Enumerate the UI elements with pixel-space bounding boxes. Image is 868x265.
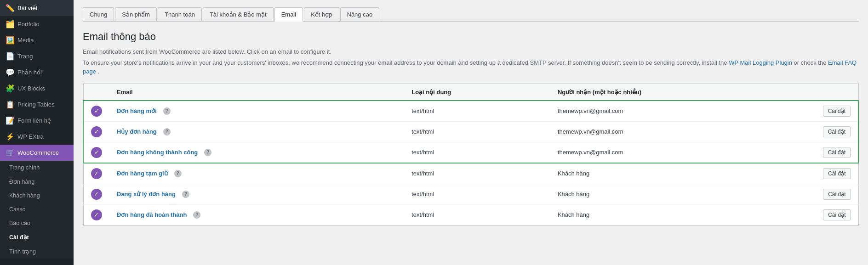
status-check-icon: ✓ [91,106,102,117]
sidebar-item-label: Media [17,37,34,44]
page-desc-1: Email notifications sent from WooCommerc… [83,47,859,56]
email-link-huy-don-hang[interactable]: Hủy đơn hàng [117,128,157,135]
install-button-don-hang-moi[interactable]: Cài đặt [823,106,851,117]
email-recipient: themewp.vn@gmail.com [558,149,623,156]
email-type: text/html [411,170,434,177]
sidebar-item-woo-casso[interactable]: Casso [0,203,74,216]
sidebar-item-woo-settings[interactable]: Cài đặt [0,230,74,244]
help-icon[interactable]: ? [182,191,189,198]
sidebar-item-ux-blocks[interactable]: 🧩 UX Blocks [0,80,74,96]
main-content: Chung Sản phẩm Thanh toán Tài khoản & Bả… [74,0,868,265]
woo-customers-label: Khách hàng [9,192,40,199]
tab-chung[interactable]: Chung [83,7,114,21]
email-name-cell: Hủy đơn hàng ? [117,128,397,135]
install-button-dang-xu-ly[interactable]: Cài đặt [823,189,851,200]
sidebar-item-label: Portfolio [17,21,40,28]
help-icon[interactable]: ? [174,170,182,177]
status-check-icon: ✓ [91,209,102,220]
wp-extra-icon: ⚡ [6,132,14,141]
table-row: ✓ Đơn hàng đã hoàn thành ? text/html Khá… [83,204,858,225]
ux-blocks-icon: 🧩 [6,84,14,93]
pricing-tables-icon: 📋 [6,100,14,109]
help-icon[interactable]: ? [204,149,211,156]
email-recipient: themewp.vn@gmail.com [558,107,623,114]
sidebar-item-wp-extra[interactable]: ⚡ WP EXtra [0,129,74,145]
sidebar-item-comments[interactable]: 💬 Phản hồi [0,64,74,80]
sidebar-item-label: WooCommerce [17,149,59,156]
table-row: ✓ Đơn hàng tạm giữ ? text/html Khách hàn… [83,163,858,184]
tabs-bar: Chung Sản phẩm Thanh toán Tài khoản & Bả… [83,7,859,22]
col-email: Email [109,84,404,101]
tab-tai-khoan[interactable]: Tài khoản & Bảo mật [203,7,274,21]
email-link-don-hang-hoan-thanh[interactable]: Đơn hàng đã hoàn thành [117,211,187,218]
pages-icon: 📄 [6,52,14,61]
email-link-don-hang-khong-thanh-cong[interactable]: Đơn hàng không thành công [117,149,198,156]
email-type: text/html [411,107,434,114]
sidebar-item-label: WP EXtra [17,133,44,140]
tab-email[interactable]: Email [274,7,303,22]
email-link-don-hang-moi[interactable]: Đơn hàng mới [117,107,157,114]
col-status [83,84,109,101]
media-icon: 🖼️ [6,36,14,45]
table-row: ✓ Đơn hàng không thành công ? text/html … [83,142,858,163]
col-type: Loại nội dung [404,84,550,101]
email-link-dang-xu-ly[interactable]: Đang xử lý đơn hàng [117,191,176,197]
email-type: text/html [411,149,434,156]
install-button-huy-don-hang[interactable]: Cài đặt [823,126,851,137]
sidebar-item-label: UX Blocks [17,85,45,92]
sidebar-item-woo-status[interactable]: Tình trạng [0,244,74,259]
status-check-icon: ✓ [91,126,102,137]
col-action [816,84,858,101]
desc2-before: To ensure your store's notifications arr… [83,59,729,66]
help-icon[interactable]: ? [193,211,200,219]
table-row: ✓ Đang xử lý đơn hàng ? text/html Khách … [83,184,858,204]
col-recipient: Người nhận (một hoặc nhiều) [550,84,816,101]
tab-nang-cao[interactable]: Nâng cao [340,7,380,21]
woo-casso-label: Casso [9,206,25,213]
install-button-don-hang-tam-giu[interactable]: Cài đặt [823,168,851,179]
help-icon[interactable]: ? [163,128,171,135]
email-type: text/html [411,211,434,218]
email-link-don-hang-tam-giu[interactable]: Đơn hàng tạm giữ [117,170,168,177]
sidebar-item-label: Pricing Tables [17,101,55,108]
sidebar-item-woo-customers[interactable]: Khách hàng [0,189,74,203]
email-type: text/html [411,128,434,135]
sidebar-item-media[interactable]: 🖼️ Media [0,32,74,48]
woo-status-label: Tình trạng [9,248,36,255]
email-table: Email Loại nội dung Người nhận (một hoặc… [83,84,859,226]
sidebar-item-woo-home[interactable]: Trang chính [0,161,74,175]
desc2-after: . [98,68,100,75]
sidebar-item-woo-orders[interactable]: Đơn hàng [0,175,74,189]
email-recipient: Khách hàng [558,170,589,177]
email-recipient: themewp.vn@gmail.com [558,128,623,135]
sidebar-item-contact-form[interactable]: 📝 Form liên hệ [0,113,74,129]
contact-form-icon: 📝 [6,116,14,125]
sidebar-item-woocommerce[interactable]: 🛒 WooCommerce [0,145,74,161]
tab-thanh-toan[interactable]: Thanh toán [158,7,202,21]
page-heading: Email thông báo [83,31,859,43]
status-check-icon: ✓ [91,147,102,158]
woocommerce-icon: 🛒 [6,148,14,157]
install-button-don-hang-khong-thanh-cong[interactable]: Cài đặt [823,147,851,158]
woo-orders-label: Đơn hàng [9,178,34,185]
tab-san-pham[interactable]: Sản phẩm [115,7,157,21]
sidebar-item-portfolio[interactable]: 🗂️ Portfolio [0,16,74,32]
portfolio-icon: 🗂️ [6,20,14,28]
sidebar-item-pricing-tables[interactable]: 📋 Pricing Tables [0,96,74,113]
help-icon[interactable]: ? [163,107,171,115]
email-name-cell: Đơn hàng không thành công ? [117,149,397,156]
sidebar-item-pages[interactable]: 📄 Trang [0,48,74,64]
table-row: ✓ Hủy đơn hàng ? text/html themewp.vn@gm… [83,121,858,142]
wp-mail-logging-link[interactable]: WP Mail Logging Plugin [729,59,792,66]
email-table-wrapper: Email Loại nội dung Người nhận (một hoặc… [83,84,859,226]
sidebar-item-posts[interactable]: ✏️ Bài viết [0,0,74,16]
sidebar-item-woo-reports[interactable]: Báo cáo [0,216,74,230]
email-type: text/html [411,191,434,197]
woo-home-label: Trang chính [9,164,40,171]
sidebar-item-label: Trang [17,53,33,60]
sidebar-item-label: Form liên hệ [17,117,51,124]
tab-ket-hop[interactable]: Kết hợp [304,7,339,21]
email-name-cell: Đơn hàng tạm giữ ? [117,170,397,177]
install-button-don-hang-hoan-thanh[interactable]: Cài đặt [823,209,851,220]
email-name-cell: Đang xử lý đơn hàng ? [117,191,397,198]
